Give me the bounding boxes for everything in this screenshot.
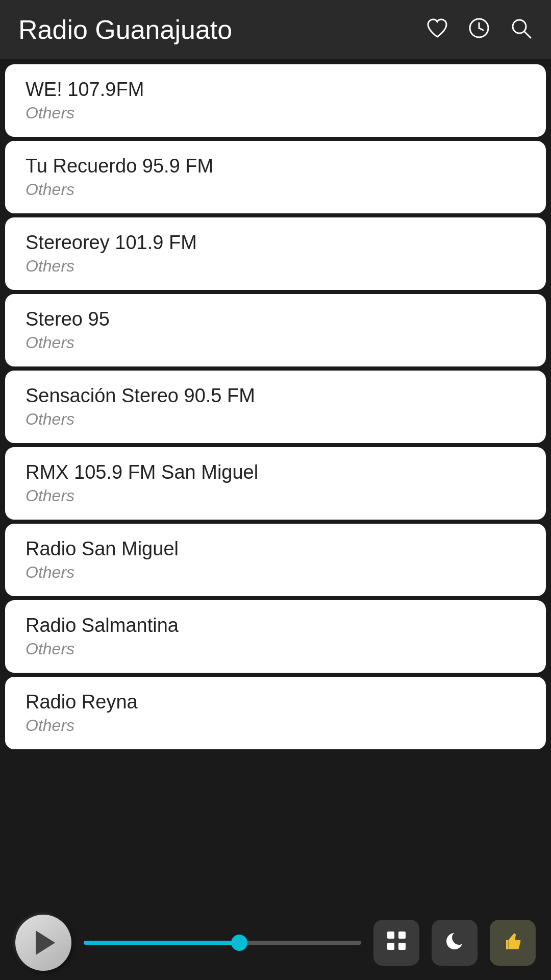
svg-rect-3 <box>387 932 394 939</box>
station-name: Radio San Miguel <box>26 538 525 560</box>
station-name: Sensación Stereo 90.5 FM <box>26 385 525 407</box>
moon-icon <box>444 930 465 956</box>
app-header: Radio Guanajuato <box>0 0 551 59</box>
progress-fill <box>84 941 239 945</box>
play-button[interactable] <box>15 915 71 971</box>
station-name: RMX 105.9 FM San Miguel <box>26 461 525 483</box>
station-category: Others <box>26 257 525 276</box>
station-card[interactable]: Tu Recuerdo 95.9 FMOthers <box>5 141 546 213</box>
play-triangle-icon <box>36 930 55 955</box>
station-name: WE! 107.9FM <box>26 79 525 101</box>
svg-rect-6 <box>398 943 406 950</box>
progress-bar[interactable] <box>84 941 361 945</box>
station-card[interactable]: Stereorey 101.9 FMOthers <box>5 217 546 290</box>
station-card[interactable]: RMX 105.9 FM San MiguelOthers <box>5 447 546 520</box>
station-card[interactable]: Radio SalmantinaOthers <box>5 600 546 673</box>
progress-track <box>84 941 361 945</box>
station-category: Others <box>26 640 525 658</box>
like-button[interactable] <box>490 920 536 966</box>
bottom-bar <box>0 905 551 980</box>
station-category: Others <box>26 716 525 735</box>
search-icon[interactable] <box>509 16 533 43</box>
station-card[interactable]: Stereo 95Others <box>5 294 546 366</box>
favorites-icon[interactable] <box>425 16 449 43</box>
station-card[interactable]: WE! 107.9FMOthers <box>5 64 546 137</box>
night-mode-button[interactable] <box>432 920 478 966</box>
station-category: Others <box>26 333 525 352</box>
header-icons <box>425 16 533 43</box>
station-name: Stereorey 101.9 FM <box>26 232 525 254</box>
thumbs-up-icon <box>502 930 523 956</box>
history-icon[interactable] <box>467 16 491 43</box>
svg-line-2 <box>524 32 531 38</box>
station-card[interactable]: Sensación Stereo 90.5 FMOthers <box>5 371 546 443</box>
station-category: Others <box>26 104 525 122</box>
grid-icon <box>386 930 407 956</box>
station-category: Others <box>26 563 525 582</box>
page-title: Radio Guanajuato <box>18 14 232 45</box>
station-category: Others <box>26 486 525 505</box>
grid-button[interactable] <box>373 920 419 966</box>
station-name: Stereo 95 <box>26 308 525 330</box>
station-card[interactable]: Radio San MiguelOthers <box>5 524 546 596</box>
svg-rect-4 <box>398 932 406 939</box>
station-card[interactable]: Radio ReynaOthers <box>5 677 546 749</box>
station-name: Tu Recuerdo 95.9 FM <box>26 155 525 177</box>
station-name: Radio Reyna <box>26 691 525 713</box>
station-list: WE! 107.9FMOthersTu Recuerdo 95.9 FMOthe… <box>0 59 551 905</box>
progress-thumb[interactable] <box>231 935 247 951</box>
station-category: Others <box>26 410 525 429</box>
station-name: Radio Salmantina <box>26 615 525 636</box>
svg-rect-5 <box>387 943 394 950</box>
station-category: Others <box>26 180 525 199</box>
